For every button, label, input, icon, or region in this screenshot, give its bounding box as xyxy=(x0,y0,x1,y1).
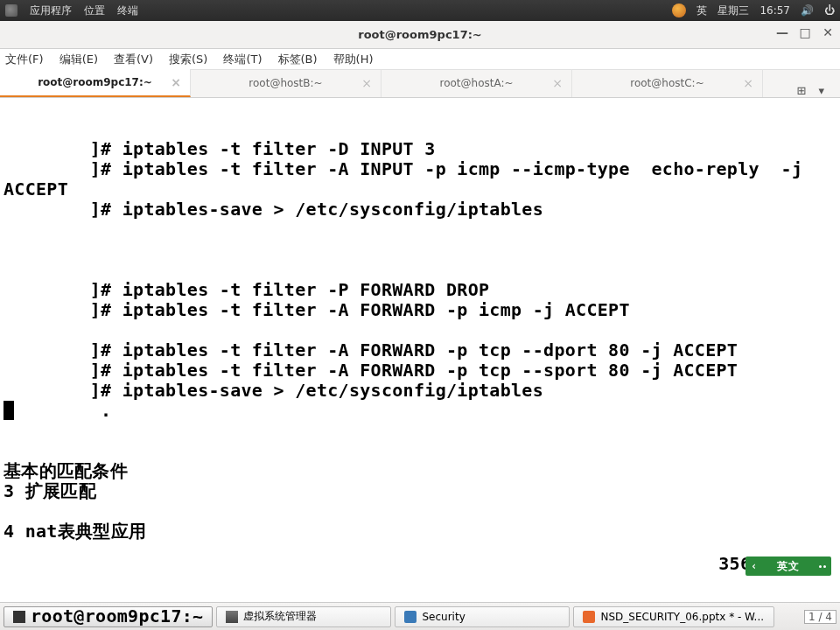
tab-label: root@hostA:~ xyxy=(390,77,563,89)
window-title: root@room9pc17:~ xyxy=(358,28,482,41)
tab-hosta[interactable]: root@hostA:~ × xyxy=(382,69,572,97)
ime-label: 英文 xyxy=(777,556,799,577)
close-button[interactable]: ✕ xyxy=(821,25,835,39)
power-icon[interactable]: ⏻ xyxy=(824,4,835,17)
gnome-foot-icon[interactable] xyxy=(5,4,18,17)
menu-apps[interactable]: 应用程序 xyxy=(30,4,72,18)
tab-label: root@hostB:~ xyxy=(200,77,372,89)
task-terminal[interactable]: root@room9pc17:~ xyxy=(4,606,213,627)
terminal-icon xyxy=(13,611,25,623)
top-panel: 应用程序 位置 终端 英 星期三 16:57 🔊 ⏻ xyxy=(0,0,840,21)
tab-close-icon[interactable]: × xyxy=(743,76,753,90)
panel-time[interactable]: 16:57 xyxy=(760,4,790,17)
menu-search[interactable]: 搜索(S) xyxy=(169,52,207,67)
task-label: 虚拟系统管理器 xyxy=(243,609,317,624)
maximize-button[interactable]: □ xyxy=(798,25,812,39)
workspace-pages: 1 / 4 xyxy=(804,610,836,624)
terminal-body[interactable]: ]# iptables -t filter -D INPUT 3 ]# ipta… xyxy=(0,98,840,581)
tab-extras: ⊞ ▾ xyxy=(797,84,831,97)
tab-hostb[interactable]: root@hostB:~ × xyxy=(191,69,382,97)
menu-help[interactable]: 帮助(H) xyxy=(333,52,374,67)
menu-edit[interactable]: 编辑(E) xyxy=(60,52,98,67)
tab-overflow-icon[interactable]: ▾ xyxy=(818,84,824,97)
tab-label: root@hostC:~ xyxy=(581,77,753,89)
panel-right: 英 星期三 16:57 🔊 ⏻ xyxy=(672,4,835,18)
task-label: Security xyxy=(422,611,465,623)
task-wps[interactable]: NSD_SECURITY_06.pptx * - W... xyxy=(573,606,774,627)
ime-prev-icon[interactable]: ‹ xyxy=(751,556,758,577)
new-tab-icon[interactable]: ⊞ xyxy=(797,84,807,97)
volume-icon[interactable]: 🔊 xyxy=(801,4,814,17)
update-icon[interactable] xyxy=(672,4,686,18)
menu-file[interactable]: 文件(F) xyxy=(5,52,44,67)
menu-view[interactable]: 查看(V) xyxy=(114,52,153,67)
ime-indicator[interactable]: ‹ 英文 xyxy=(746,556,831,576)
tab-close-icon[interactable]: × xyxy=(171,75,181,89)
wps-icon xyxy=(583,611,595,623)
panel-date[interactable]: 星期三 xyxy=(718,4,749,18)
input-lang-indicator[interactable]: 英 xyxy=(696,4,707,18)
tab-close-icon[interactable]: × xyxy=(361,76,372,90)
task-label: NSD_SECURITY_06.pptx * - W... xyxy=(600,611,764,623)
menu-tabs[interactable]: 标签(B) xyxy=(278,52,318,67)
tabbar: root@room9pc17:~ × root@hostB:~ × root@h… xyxy=(0,70,840,98)
tab-close-icon[interactable]: × xyxy=(552,76,563,90)
taskbar: root@room9pc17:~ 虚拟系统管理器 Security NSD_SE… xyxy=(0,602,840,630)
task-vmm[interactable]: 虚拟系统管理器 xyxy=(216,606,391,627)
task-security[interactable]: Security xyxy=(395,606,570,627)
menubar: 文件(F) 编辑(E) 查看(V) 搜索(S) 终端(T) 标签(B) 帮助(H… xyxy=(0,49,840,70)
menu-terminal[interactable]: 终端 xyxy=(117,4,138,18)
task-label: root@room9pc17:~ xyxy=(31,606,203,626)
workspace-switcher[interactable]: 1 / 4 xyxy=(804,610,836,624)
panel-left: 应用程序 位置 终端 xyxy=(5,4,138,18)
menu-term[interactable]: 终端(T) xyxy=(223,52,262,67)
folder-icon xyxy=(404,611,416,623)
window-titlebar: root@room9pc17:~ — □ ✕ xyxy=(0,21,840,49)
tab-hostc[interactable]: root@hostC:~ × xyxy=(572,69,763,97)
minimize-button[interactable]: — xyxy=(775,25,789,39)
ime-more-icon[interactable] xyxy=(819,565,826,568)
window-controls: — □ ✕ xyxy=(775,25,835,39)
tab-label: root@room9pc17:~ xyxy=(9,76,181,88)
tab-room9pc17[interactable]: root@room9pc17:~ × xyxy=(0,69,191,97)
text-cursor xyxy=(4,401,14,420)
term-lines: ]# iptables -t filter -D INPUT 3 ]# ipta… xyxy=(4,138,814,542)
menu-places[interactable]: 位置 xyxy=(84,4,105,18)
vmm-icon xyxy=(226,611,238,623)
